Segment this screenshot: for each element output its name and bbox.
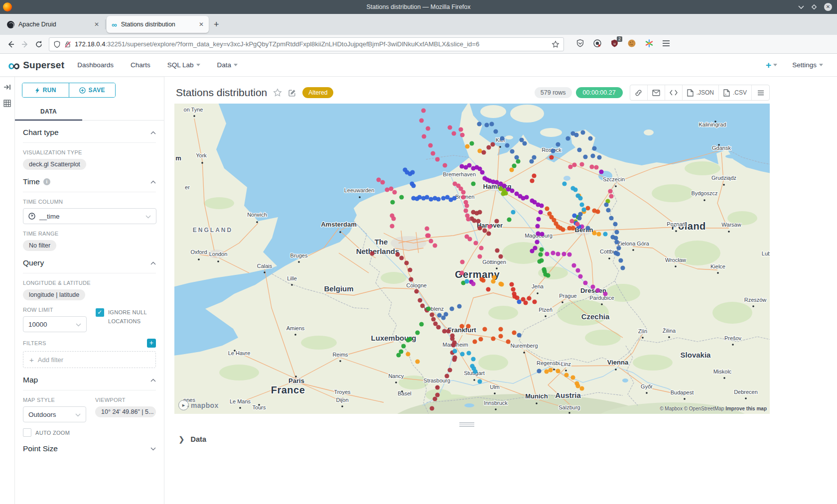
- time-column-select[interactable]: __time: [23, 208, 156, 224]
- map-city-label: Budapest: [671, 389, 694, 395]
- ublock-badge: 2: [617, 36, 622, 42]
- add-filter-box[interactable]: + Add filter: [23, 351, 156, 368]
- viz-type-label: VISUALIZATION TYPE: [23, 149, 156, 155]
- map-city-label: Innsbruck: [484, 400, 508, 406]
- shield-icon[interactable]: [53, 40, 61, 48]
- edit-properties-icon[interactable]: [288, 89, 296, 97]
- map-city-label: Dijon: [336, 397, 348, 403]
- row-limit-label: ROW LIMIT: [23, 307, 87, 313]
- map-style-label: MAP STYLE: [23, 397, 86, 403]
- container-icon[interactable]: [593, 39, 602, 50]
- export-csv-button[interactable]: x.CSV: [719, 85, 752, 100]
- tab-stations-distribution[interactable]: ∞ Stations distribution ✕: [107, 16, 209, 33]
- section-header-chart-type[interactable]: Chart type: [23, 128, 156, 143]
- chart-main-area: Stations distribution Altered 579 rows 0…: [164, 77, 837, 504]
- maximize-icon[interactable]: [811, 4, 817, 10]
- chevron-down-icon: [234, 64, 238, 66]
- tab-close-icon[interactable]: ✕: [94, 21, 99, 28]
- back-button[interactable]: [4, 37, 18, 51]
- map-city-label: Vienna: [607, 359, 629, 366]
- map-region-label: France: [271, 384, 305, 395]
- map-city-label: Lub: [762, 251, 770, 256]
- mapbox-logo[interactable]: ▸ mapbox: [178, 400, 218, 410]
- viewport-value[interactable]: 10° 24' 49.86" | 5...: [95, 406, 156, 417]
- add-filter-plus-button[interactable]: +: [147, 339, 156, 348]
- dataset-grid-icon[interactable]: [3, 100, 11, 109]
- copy-link-button[interactable]: [630, 85, 648, 100]
- section-header-map[interactable]: Map: [23, 376, 156, 390]
- map-city-label: Munich: [525, 392, 548, 400]
- row-limit-select[interactable]: 10000: [23, 316, 87, 332]
- deckgl-map-canvas[interactable]: ENGLANDTheNetherlandsBelgiumLuxembourgGe…: [174, 104, 770, 414]
- extension-asterisk-icon[interactable]: [645, 39, 654, 50]
- tab-apache-druid[interactable]: Apache Druid ✕: [2, 16, 104, 33]
- run-button[interactable]: RUN: [22, 83, 69, 97]
- chevron-down-icon: [819, 64, 823, 66]
- map-city-label: Salzburg: [558, 404, 580, 410]
- url-host: 172.18.0.4: [75, 40, 105, 48]
- ignore-null-checkbox[interactable]: ✓: [96, 308, 104, 317]
- chevron-right-icon: ❯: [178, 435, 185, 444]
- reload-button[interactable]: [32, 37, 46, 51]
- email-button[interactable]: [648, 85, 665, 100]
- clock-icon: [28, 213, 35, 220]
- map-style-select[interactable]: Outdoors: [23, 406, 86, 422]
- map-attribution[interactable]: © Mapbox © OpenStreetMap Improve this ma…: [660, 406, 767, 411]
- map-city-label: Leeuwarden: [344, 187, 375, 193]
- map-city-label: Jena: [532, 283, 544, 289]
- lock-insecure-icon[interactable]: [64, 40, 71, 48]
- nav-sql-lab[interactable]: SQL Lab: [167, 61, 200, 69]
- collapse-panel-icon[interactable]: [3, 84, 11, 93]
- druid-favicon: [7, 21, 14, 28]
- map-city-label: Le Mans: [230, 398, 251, 404]
- favorite-star-icon[interactable]: [273, 88, 282, 97]
- panel-resize-handle[interactable]: [459, 422, 474, 427]
- save-button[interactable]: SAVE: [69, 83, 116, 97]
- map-city-label: Reims: [332, 352, 348, 358]
- section-header-point-size[interactable]: Point Size: [23, 444, 156, 459]
- map-city-label: Linz: [561, 361, 571, 367]
- altered-badge[interactable]: Altered: [302, 87, 333, 98]
- superset-wordmark: Superset: [23, 60, 64, 71]
- chevron-down-icon: [150, 447, 156, 451]
- bookmark-star-icon[interactable]: [552, 40, 559, 48]
- nav-data[interactable]: Data: [217, 61, 238, 69]
- section-point-size: Point Size: [15, 437, 164, 459]
- data-results-panel[interactable]: ❯ Data: [178, 435, 837, 444]
- export-json-button[interactable]: .JSON: [683, 85, 719, 100]
- url-bar[interactable]: 172.18.0.4:32251/superset/explore/?form_…: [49, 37, 564, 51]
- map-city-label: Wrocław: [665, 257, 686, 263]
- cookie-icon[interactable]: [627, 39, 636, 50]
- forward-button[interactable]: [18, 37, 32, 51]
- superset-logo-icon: ∞: [8, 58, 20, 72]
- add-new-button[interactable]: +: [766, 60, 777, 71]
- embed-code-button[interactable]: [665, 85, 683, 100]
- map-city-label: Grudziądz: [711, 175, 736, 181]
- close-icon[interactable]: ✕: [824, 3, 832, 11]
- map-region-label: Czechia: [581, 312, 610, 321]
- tab-data[interactable]: DATA: [15, 104, 82, 121]
- map-city-label: Győr: [641, 383, 653, 389]
- minimize-icon[interactable]: [798, 5, 804, 9]
- firefox-icon: [3, 2, 12, 11]
- pocket-icon[interactable]: [576, 39, 584, 49]
- nav-charts[interactable]: Charts: [131, 61, 150, 69]
- section-header-query[interactable]: Query: [23, 258, 156, 273]
- nav-dashboards[interactable]: Dashboards: [77, 61, 114, 69]
- superset-logo[interactable]: ∞ Superset: [8, 58, 64, 72]
- menu-hamburger-icon[interactable]: [662, 40, 670, 49]
- chart-menu-button[interactable]: [752, 85, 769, 100]
- map-city-label: Calais: [257, 263, 273, 269]
- viz-type-value[interactable]: deck.gl Scatterplot: [23, 159, 86, 170]
- new-tab-button[interactable]: +: [214, 19, 219, 30]
- improve-map-link[interactable]: Improve this map: [725, 406, 767, 411]
- map-city-label: Warsaw: [721, 222, 741, 228]
- map-city-label: Rzeszów: [744, 297, 767, 303]
- auto-zoom-checkbox[interactable]: [23, 428, 31, 437]
- lonlat-value[interactable]: longitude | latitude: [23, 289, 85, 300]
- time-range-value[interactable]: No filter: [23, 240, 56, 251]
- ublock-icon[interactable]: u2: [610, 39, 619, 50]
- settings-menu[interactable]: Settings: [792, 61, 823, 69]
- tab-close-icon[interactable]: ✕: [199, 21, 204, 28]
- section-header-time[interactable]: Timei: [23, 177, 156, 192]
